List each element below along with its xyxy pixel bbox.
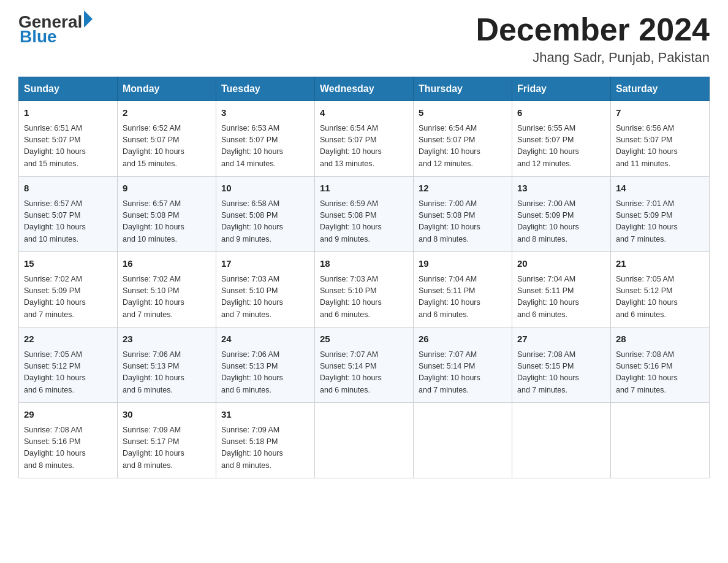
day-number: 6: [517, 106, 605, 120]
day-cell: [611, 403, 710, 478]
day-number: 9: [123, 182, 211, 196]
day-number: 8: [24, 182, 112, 196]
day-cell: 21Sunrise: 7:05 AM Sunset: 5:12 PM Dayli…: [611, 252, 710, 327]
header-cell-friday: Friday: [512, 77, 611, 101]
day-number: 2: [123, 106, 211, 120]
day-info: Sunrise: 7:08 AM Sunset: 5:16 PM Dayligh…: [24, 424, 112, 472]
day-info: Sunrise: 6:52 AM Sunset: 5:07 PM Dayligh…: [123, 123, 211, 170]
day-cell: 2Sunrise: 6:52 AM Sunset: 5:07 PM Daylig…: [118, 101, 216, 177]
day-info: Sunrise: 7:09 AM Sunset: 5:18 PM Dayligh…: [221, 424, 309, 472]
day-cell: 16Sunrise: 7:02 AM Sunset: 5:10 PM Dayli…: [118, 252, 216, 327]
day-cell: 11Sunrise: 6:59 AM Sunset: 5:08 PM Dayli…: [315, 177, 414, 252]
day-number: 23: [123, 332, 211, 347]
header-row: SundayMondayTuesdayWednesdayThursdayFrid…: [19, 77, 710, 101]
day-info: Sunrise: 6:54 AM Sunset: 5:07 PM Dayligh…: [419, 123, 507, 170]
day-cell: 8Sunrise: 6:57 AM Sunset: 5:07 PM Daylig…: [19, 177, 118, 252]
header-cell-saturday: Saturday: [611, 77, 710, 101]
day-cell: 30Sunrise: 7:09 AM Sunset: 5:17 PM Dayli…: [118, 403, 216, 478]
day-number: 5: [419, 106, 507, 120]
day-number: 16: [123, 257, 211, 271]
day-info: Sunrise: 7:05 AM Sunset: 5:12 PM Dayligh…: [24, 349, 112, 397]
day-info: Sunrise: 6:58 AM Sunset: 5:08 PM Dayligh…: [221, 198, 309, 246]
month-year-title: December 2024: [476, 12, 710, 47]
location-subtitle: Jhang Sadr, Punjab, Pakistan: [476, 50, 710, 66]
day-number: 27: [517, 332, 605, 347]
day-cell: [512, 403, 611, 478]
header-cell-thursday: Thursday: [414, 77, 512, 101]
day-info: Sunrise: 7:07 AM Sunset: 5:14 PM Dayligh…: [320, 349, 408, 397]
day-cell: 13Sunrise: 7:00 AM Sunset: 5:09 PM Dayli…: [512, 177, 611, 252]
day-number: 7: [616, 106, 704, 120]
day-info: Sunrise: 6:51 AM Sunset: 5:07 PM Dayligh…: [24, 123, 112, 170]
title-block: December 2024 Jhang Sadr, Punjab, Pakist…: [476, 12, 710, 66]
day-info: Sunrise: 6:56 AM Sunset: 5:07 PM Dayligh…: [616, 123, 704, 170]
day-info: Sunrise: 6:59 AM Sunset: 5:08 PM Dayligh…: [320, 198, 408, 246]
day-cell: 26Sunrise: 7:07 AM Sunset: 5:14 PM Dayli…: [414, 327, 512, 403]
day-info: Sunrise: 7:08 AM Sunset: 5:15 PM Dayligh…: [517, 349, 605, 397]
day-number: 1: [24, 106, 112, 120]
day-number: 11: [320, 182, 408, 196]
logo: General Blue: [18, 12, 93, 47]
week-row-3: 15Sunrise: 7:02 AM Sunset: 5:09 PM Dayli…: [19, 252, 710, 327]
day-cell: 6Sunrise: 6:55 AM Sunset: 5:07 PM Daylig…: [512, 101, 611, 177]
day-cell: 7Sunrise: 6:56 AM Sunset: 5:07 PM Daylig…: [611, 101, 710, 177]
day-info: Sunrise: 7:07 AM Sunset: 5:14 PM Dayligh…: [419, 349, 507, 397]
day-cell: 29Sunrise: 7:08 AM Sunset: 5:16 PM Dayli…: [19, 403, 118, 478]
day-number: 22: [24, 332, 112, 347]
day-cell: 14Sunrise: 7:01 AM Sunset: 5:09 PM Dayli…: [611, 177, 710, 252]
day-number: 17: [221, 257, 309, 271]
day-number: 25: [320, 332, 408, 347]
calendar-body: 1Sunrise: 6:51 AM Sunset: 5:07 PM Daylig…: [19, 101, 710, 478]
header-cell-wednesday: Wednesday: [315, 77, 414, 101]
day-number: 24: [221, 332, 309, 347]
day-info: Sunrise: 7:04 AM Sunset: 5:11 PM Dayligh…: [419, 274, 507, 321]
day-cell: 31Sunrise: 7:09 AM Sunset: 5:18 PM Dayli…: [216, 403, 315, 478]
day-number: 19: [419, 257, 507, 271]
day-info: Sunrise: 7:09 AM Sunset: 5:17 PM Dayligh…: [123, 424, 211, 472]
day-info: Sunrise: 7:08 AM Sunset: 5:16 PM Dayligh…: [616, 349, 704, 397]
day-number: 15: [24, 257, 112, 271]
day-cell: 4Sunrise: 6:54 AM Sunset: 5:07 PM Daylig…: [315, 101, 414, 177]
day-number: 29: [24, 408, 112, 422]
day-info: Sunrise: 7:00 AM Sunset: 5:08 PM Dayligh…: [419, 198, 507, 246]
day-cell: 3Sunrise: 6:53 AM Sunset: 5:07 PM Daylig…: [216, 101, 315, 177]
day-cell: 28Sunrise: 7:08 AM Sunset: 5:16 PM Dayli…: [611, 327, 710, 403]
day-number: 21: [616, 257, 704, 271]
header-cell-tuesday: Tuesday: [216, 77, 315, 101]
day-number: 18: [320, 257, 408, 271]
day-info: Sunrise: 7:04 AM Sunset: 5:11 PM Dayligh…: [517, 274, 605, 321]
day-cell: 15Sunrise: 7:02 AM Sunset: 5:09 PM Dayli…: [19, 252, 118, 327]
day-info: Sunrise: 6:57 AM Sunset: 5:08 PM Dayligh…: [123, 198, 211, 246]
calendar-table: SundayMondayTuesdayWednesdayThursdayFrid…: [18, 77, 710, 478]
day-number: 30: [123, 408, 211, 422]
day-number: 13: [517, 182, 605, 196]
day-number: 12: [419, 182, 507, 196]
day-cell: 1Sunrise: 6:51 AM Sunset: 5:07 PM Daylig…: [19, 101, 118, 177]
day-info: Sunrise: 7:01 AM Sunset: 5:09 PM Dayligh…: [616, 198, 704, 246]
day-cell: 22Sunrise: 7:05 AM Sunset: 5:12 PM Dayli…: [19, 327, 118, 403]
calendar-header: SundayMondayTuesdayWednesdayThursdayFrid…: [19, 77, 710, 101]
logo-blue-text: Blue: [18, 27, 93, 47]
day-number: 10: [221, 182, 309, 196]
day-info: Sunrise: 7:05 AM Sunset: 5:12 PM Dayligh…: [616, 274, 704, 321]
day-cell: 23Sunrise: 7:06 AM Sunset: 5:13 PM Dayli…: [118, 327, 216, 403]
week-row-2: 8Sunrise: 6:57 AM Sunset: 5:07 PM Daylig…: [19, 177, 710, 252]
day-cell: 18Sunrise: 7:03 AM Sunset: 5:10 PM Dayli…: [315, 252, 414, 327]
day-info: Sunrise: 7:02 AM Sunset: 5:09 PM Dayligh…: [24, 274, 112, 321]
day-cell: 27Sunrise: 7:08 AM Sunset: 5:15 PM Dayli…: [512, 327, 611, 403]
header-cell-monday: Monday: [118, 77, 216, 101]
day-info: Sunrise: 6:54 AM Sunset: 5:07 PM Dayligh…: [320, 123, 408, 170]
day-cell: 10Sunrise: 6:58 AM Sunset: 5:08 PM Dayli…: [216, 177, 315, 252]
day-cell: 9Sunrise: 6:57 AM Sunset: 5:08 PM Daylig…: [118, 177, 216, 252]
day-cell: [315, 403, 414, 478]
logo-arrow-icon: [84, 10, 93, 28]
day-info: Sunrise: 7:06 AM Sunset: 5:13 PM Dayligh…: [221, 349, 309, 397]
day-number: 14: [616, 182, 704, 196]
day-number: 26: [419, 332, 507, 347]
day-cell: 20Sunrise: 7:04 AM Sunset: 5:11 PM Dayli…: [512, 252, 611, 327]
day-cell: 5Sunrise: 6:54 AM Sunset: 5:07 PM Daylig…: [414, 101, 512, 177]
week-row-1: 1Sunrise: 6:51 AM Sunset: 5:07 PM Daylig…: [19, 101, 710, 177]
day-number: 20: [517, 257, 605, 271]
day-number: 28: [616, 332, 704, 347]
day-info: Sunrise: 7:00 AM Sunset: 5:09 PM Dayligh…: [517, 198, 605, 246]
